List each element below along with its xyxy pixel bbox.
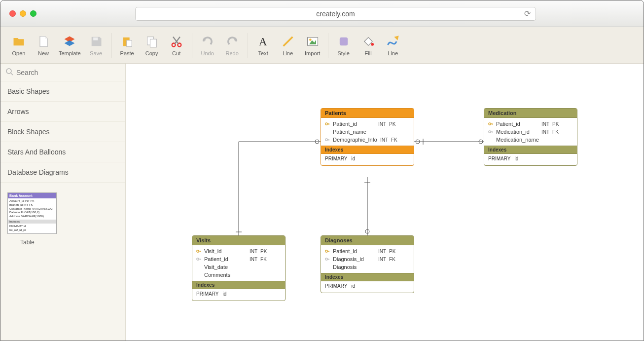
svg-point-13 — [309, 38, 312, 41]
thumb-idx-label: Indexes — [8, 220, 56, 224]
sidebar-item-arrows[interactable]: Arrows — [0, 102, 125, 122]
entity-medication[interactable]: MedicationPatient_idINTPKMedication_idIN… — [484, 108, 577, 166]
indexes-body: PRIMARY id — [321, 154, 414, 165]
paste-button[interactable]: Paste — [115, 33, 140, 58]
style-icon — [337, 35, 351, 48]
primary-key-icon — [325, 249, 330, 254]
save-button[interactable]: Save — [84, 33, 108, 58]
entity-title: Visits — [192, 236, 285, 245]
svg-point-23 — [365, 229, 369, 233]
line-button[interactable]: Line — [276, 33, 300, 58]
entity-visits[interactable]: VisitsVisit_idINTPKPatient_idINTFKVisit_… — [192, 235, 286, 301]
toolbar-label: Fill — [365, 50, 372, 56]
blank-icon — [488, 137, 493, 142]
toolbar-label: Paste — [120, 50, 134, 56]
window-controls — [9, 10, 36, 17]
foreign-key-icon — [488, 129, 493, 134]
entity-title: Patients — [321, 109, 414, 118]
reload-icon[interactable]: ⟳ — [524, 9, 531, 18]
sidebar-item-stars-and-balloons[interactable]: Stars And Balloons — [0, 142, 125, 162]
field-row: Patient_idINTFK — [194, 255, 283, 263]
field-name: Diagnosis — [333, 264, 375, 270]
toolbar-label: Copy — [145, 50, 158, 56]
shape-thumbnail[interactable]: Bank Account Account_id INT PKBranch_id … — [7, 192, 57, 234]
toolbar-label: Line — [388, 50, 398, 56]
field-key: FK — [391, 137, 397, 143]
style-button[interactable]: Style — [331, 33, 356, 58]
indexes-body: PRIMARY id — [484, 154, 577, 165]
url-bar[interactable]: creately.com ⟳ — [135, 7, 536, 21]
new-button[interactable]: New — [31, 33, 56, 58]
field-row: Patient_idINTPK — [323, 247, 412, 255]
field-key: FK — [389, 257, 395, 262]
cut-button[interactable]: Cut — [164, 33, 189, 58]
close-window-icon[interactable] — [9, 10, 16, 17]
field-type: INT — [541, 129, 549, 135]
toolbar-label: New — [38, 50, 49, 56]
toolbar-label: Template — [59, 50, 81, 56]
field-row: Diagnosis — [323, 263, 412, 271]
svg-point-32 — [325, 139, 327, 141]
svg-point-29 — [325, 123, 327, 125]
toolbar-label: Cut — [172, 50, 180, 56]
text-button[interactable]: AText — [251, 33, 276, 58]
svg-point-27 — [315, 140, 319, 144]
indexes-header: Indexes — [321, 146, 414, 154]
blank-icon — [196, 265, 201, 269]
field-name: Diagnosis_id — [333, 256, 375, 262]
thumb-title: Bank Account — [8, 193, 56, 198]
sidebar: Basic ShapesArrowsBlock ShapesStars And … — [0, 64, 126, 341]
sidebar-item-basic-shapes[interactable]: Basic Shapes — [0, 81, 125, 102]
thumb-label: Table — [0, 239, 125, 246]
url-text: creately.com — [316, 10, 355, 18]
field-row: Visit_date — [194, 263, 283, 271]
svg-line-10 — [283, 37, 292, 46]
canvas[interactable]: PatientsPatient_idINTPKPatient_nameDemog… — [126, 64, 644, 341]
copy-button[interactable]: Copy — [140, 33, 164, 58]
browser-chrome: creately.com ⟳ — [0, 0, 644, 27]
field-name: Comments — [204, 272, 247, 278]
field-type: INT — [250, 257, 257, 262]
entity-diagnoses[interactable]: DiagnosesPatient_idINTPKDiagnosis_idINTF… — [321, 235, 414, 293]
search-input[interactable] — [16, 69, 120, 76]
open-button[interactable]: Open — [6, 33, 31, 58]
paste-icon — [120, 35, 134, 48]
undo-button[interactable]: Undo — [195, 33, 220, 58]
sidebar-item-database-diagrams[interactable]: Database Diagrams — [0, 162, 125, 183]
maximize-window-icon[interactable] — [30, 10, 36, 17]
svg-point-47 — [325, 250, 327, 252]
indexes-header: Indexes — [321, 273, 414, 281]
field-row: Visit_idINTPK — [194, 247, 283, 255]
entity-patients[interactable]: PatientsPatient_idINTPKPatient_nameDemog… — [321, 108, 414, 166]
sidebar-item-block-shapes[interactable]: Block Shapes — [0, 122, 125, 142]
template-button[interactable]: Template — [56, 33, 84, 58]
svg-point-41 — [197, 250, 199, 252]
blank-icon — [325, 265, 330, 269]
line2-button[interactable]: Line — [381, 33, 405, 58]
minimize-window-icon[interactable] — [20, 10, 26, 17]
svg-rect-0 — [93, 37, 98, 40]
svg-text:A: A — [258, 35, 267, 48]
field-row: Patient_idINTPK — [323, 120, 412, 128]
svg-rect-4 — [150, 39, 156, 47]
fill-button[interactable]: Fill — [356, 33, 381, 58]
blank-icon — [325, 129, 330, 134]
redo-button[interactable]: Redo — [220, 33, 245, 58]
new-icon — [36, 35, 50, 48]
svg-point-44 — [197, 258, 199, 260]
thumb-idx-rows: PRIMARY idInt_ref_id_pr — [8, 224, 56, 233]
svg-point-38 — [489, 131, 491, 133]
import-button[interactable]: Import — [300, 33, 325, 58]
field-row: Diagnosis_idINTFK — [323, 255, 412, 263]
field-name: Patient_id — [333, 248, 375, 254]
field-name: Demographic_Info — [333, 137, 377, 143]
field-name: Medication_name — [496, 137, 539, 143]
field-type: INT — [378, 249, 386, 254]
toolbar: OpenNewTemplateSavePasteCopyCutUndoRedoA… — [0, 27, 644, 64]
field-type: INT — [378, 257, 386, 262]
indexes-body: PRIMARY id — [192, 289, 285, 301]
search-icon — [5, 68, 13, 77]
line-icon — [281, 35, 295, 48]
entity-title: Diagnoses — [321, 236, 414, 245]
toolbar-label: Save — [90, 50, 102, 56]
